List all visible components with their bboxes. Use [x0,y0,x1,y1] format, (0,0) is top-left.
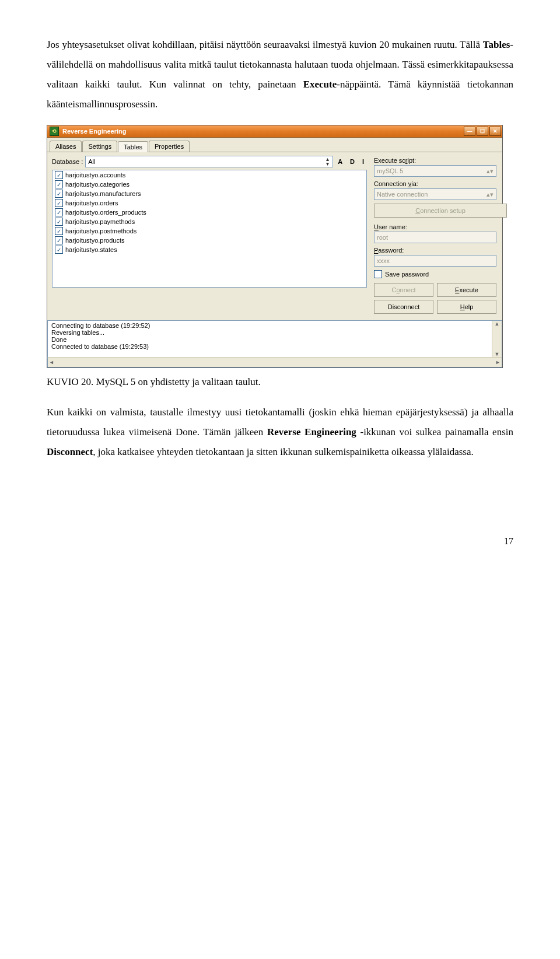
username-label: User name: [374,223,496,230]
username-value: root [377,234,388,241]
minimize-button[interactable]: — [464,127,475,136]
scroll-left-icon[interactable]: ◄ [49,359,54,365]
paragraph-1: Jos yhteysasetukset olivat kohdillaan, p… [47,35,513,114]
table-name: harjoitustyo.orders [65,200,118,206]
tab-settings[interactable]: Settings [82,141,117,152]
table-name: harjoitustyo.categories [65,181,130,188]
execute-script-combo[interactable]: mySQL 5 ▴▾ [374,165,496,177]
paragraph-2: Kun kaikki on valmista, taustalle ilmest… [47,402,513,462]
close-button[interactable]: ✕ [489,127,501,136]
tab-tables[interactable]: Tables [118,141,148,152]
checkbox-icon[interactable]: ✓ [55,199,63,207]
password-value: xxxx [377,257,390,264]
tabs: Aliases Settings Tables Properties [47,138,502,152]
page-number: 17 [47,532,513,551]
tables-term: Tables [483,39,510,50]
list-item[interactable]: ✓harjoitustyo.paymethods [52,217,366,226]
checkbox-icon[interactable]: ✓ [55,246,63,254]
execute-script-label: Execute script: [374,157,496,164]
connection-via-combo[interactable]: Native connection ▴▾ [374,188,496,200]
table-name: harjoitustyo.orders_products [65,209,146,216]
text: -ikkunan voi sulkea painamalla ensin [356,426,513,438]
scroll-up-icon[interactable]: ▲ [495,321,500,327]
execute-button[interactable]: Execute [437,283,496,297]
table-name: harjoitustyo.states [65,246,117,253]
table-name: harjoitustyo.accounts [65,172,125,178]
table-list[interactable]: ✓harjoitustyo.accounts ✓harjoitustyo.cat… [52,170,367,288]
database-value: All [88,158,95,165]
reverse-engineering-term: Reverse Engineering [267,426,356,438]
table-name: harjoitustyo.paymethods [65,218,135,225]
scroll-right-icon[interactable]: ► [495,359,501,365]
connection-setup-button[interactable]: Connection setup [374,204,507,218]
maximize-button[interactable]: ☐ [477,127,488,136]
list-item[interactable]: ✓harjoitustyo.accounts [52,170,366,180]
username-field[interactable]: root [374,232,496,243]
log-pane: Connecting to database (19:29:52) Revers… [47,320,502,357]
list-item[interactable]: ✓harjoitustyo.orders [52,198,366,208]
checkbox-icon[interactable]: ✓ [55,171,63,179]
log-line: Connecting to database (19:29:52) [51,322,498,329]
horizontal-scrollbar[interactable]: ◄ ► [47,357,502,368]
checkbox-icon[interactable]: ✓ [55,227,63,235]
text: Jos yhteysasetukset olivat kohdillaan, p… [47,39,483,50]
execute-script-value: mySQL 5 [377,167,403,174]
left-pane: Database : All ▴▾ A D I ✓harjoitustyo.ac… [47,152,370,320]
text: , joka katkaisee yhteyden tietokantaan j… [93,446,473,457]
checkbox-icon[interactable]: ✓ [55,208,63,216]
password-field[interactable]: xxxx [374,255,496,267]
database-label: Database : [52,158,83,165]
log-line: Done [51,336,498,343]
password-label: Password: [374,247,496,254]
spinner-icon: ▴▾ [487,191,494,198]
save-password-checkbox[interactable] [374,270,382,278]
titlebar[interactable]: ⟲ Reverse Engineering — ☐ ✕ [47,125,502,138]
right-pane: Execute script: mySQL 5 ▴▾ Connection vi… [370,152,502,320]
list-item[interactable]: ✓harjoitustyo.postmethods [52,226,366,236]
list-item[interactable]: ✓harjoitustyo.categories [52,180,366,189]
database-combo[interactable]: All ▴▾ [85,156,333,167]
log-line: Connected to database (19:29:53) [51,343,498,350]
table-name: harjoitustyo.postmethods [65,228,136,235]
disconnect-button[interactable]: Disconnect [374,300,433,314]
tab-aliases[interactable]: Aliases [50,141,82,152]
list-item[interactable]: ✓harjoitustyo.manufacturers [52,189,366,198]
spinner-icon: ▴▾ [487,167,494,175]
connect-button[interactable]: Connect [374,283,433,297]
scroll-down-icon[interactable]: ▼ [495,351,500,357]
vertical-scrollbar[interactable]: ▲▼ [492,321,502,357]
help-button[interactable]: Help [437,300,496,314]
reverse-engineering-window: ⟲ Reverse Engineering — ☐ ✕ Aliases Sett… [47,125,503,368]
figure-caption: KUVIO 20. MySQL 5 on yhdistetty ja valit… [47,374,513,391]
connection-via-label: Connection via: [374,180,496,187]
window-title: Reverse Engineering [62,128,126,135]
disconnect-term: Disconnect [47,446,93,457]
execute-term: Execute [303,79,337,90]
table-name: harjoitustyo.manufacturers [65,190,141,197]
spinner-icon: ▴▾ [323,157,331,166]
checkbox-icon[interactable]: ✓ [55,218,63,226]
checkbox-icon[interactable]: ✓ [55,180,63,188]
log-line: Reversing tables... [51,329,498,336]
connection-via-value: Native connection [377,191,428,198]
tab-properties[interactable]: Properties [149,141,190,152]
list-item[interactable]: ✓harjoitustyo.orders_products [52,208,366,217]
table-name: harjoitustyo.products [65,237,125,244]
list-item[interactable]: ✓harjoitustyo.products [52,236,366,245]
app-icon: ⟲ [50,127,59,136]
checkbox-icon[interactable]: ✓ [55,190,63,198]
save-password-label: Save password [385,271,429,278]
list-item[interactable]: ✓harjoitustyo.states [52,245,366,254]
adi-buttons[interactable]: A D I [338,158,367,165]
checkbox-icon[interactable]: ✓ [55,236,63,244]
